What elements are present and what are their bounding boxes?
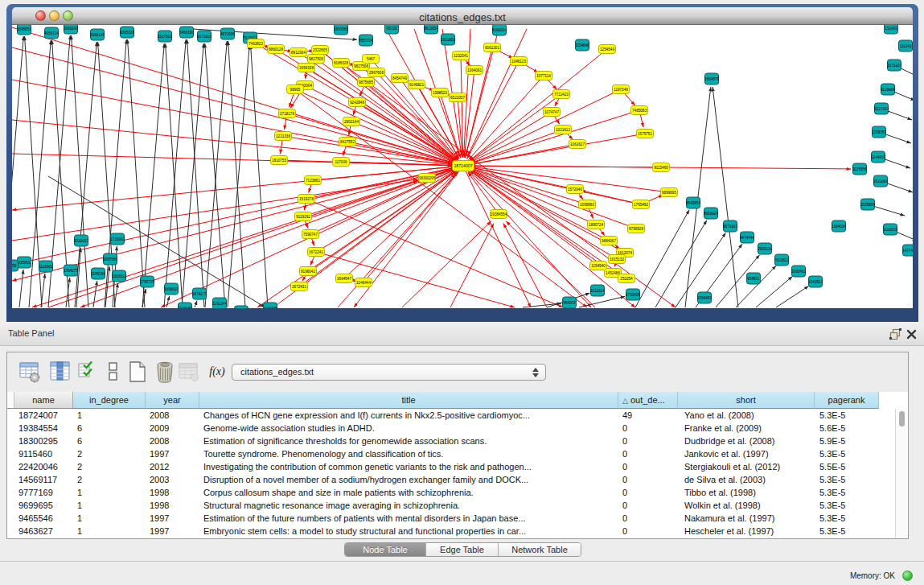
table-row[interactable]: 969969511998Structural magnetic resonanc… — [7, 499, 879, 512]
graph-node[interactable]: 1810755 — [271, 156, 288, 165]
graph-node[interactable]: 1477411 — [902, 245, 913, 256]
table-row[interactable]: 911546021997Tourette syndrome. Phenomeno… — [7, 447, 879, 460]
graph-edge[interactable] — [469, 76, 544, 160]
graph-edge[interactable] — [166, 296, 170, 307]
graph-edge[interactable] — [195, 300, 197, 307]
graph-node[interactable]: 1765492 — [633, 200, 650, 209]
graph-node[interactable]: 111243 — [899, 40, 913, 51]
graph-node[interactable]: 1364091 — [466, 66, 483, 75]
graph-node[interactable]: 2803144 — [343, 117, 360, 126]
import-table-icon[interactable] — [178, 360, 200, 384]
graph-node[interactable]: 18724007 — [453, 161, 474, 171]
graph-edge[interactable] — [205, 41, 227, 307]
graph-edge[interactable] — [338, 174, 456, 307]
column-header-year[interactable]: year — [146, 392, 199, 409]
graph-edge[interactable] — [193, 29, 357, 39]
graph-edge[interactable] — [114, 283, 118, 307]
table-row[interactable]: 2242004622012Investigating the contribut… — [7, 460, 879, 473]
merge-rows-icon[interactable] — [102, 360, 125, 384]
table-mode-icon[interactable] — [18, 360, 41, 384]
graph-edge[interactable] — [12, 80, 452, 163]
graph-node[interactable]: 1106553 — [883, 224, 897, 235]
graph-node[interactable]: 9115460 — [653, 163, 670, 172]
graph-edge[interactable] — [402, 221, 491, 307]
window-titlebar[interactable]: citations_edges.txt — [12, 7, 913, 25]
graph-node[interactable]: 1664547 — [336, 274, 353, 283]
graph-node[interactable]: 9129966 — [881, 84, 895, 95]
graph-edge[interactable] — [93, 281, 97, 307]
graph-node[interactable]: 9345703 — [234, 306, 248, 308]
graph-node[interactable]: 9899695 — [661, 188, 678, 197]
graph-node[interactable]: 1209387 — [872, 126, 886, 138]
graph-node[interactable]: 7857224 — [359, 35, 373, 46]
graph-node[interactable]: 1232541 — [453, 51, 470, 60]
scrollbar-thumb[interactable] — [899, 411, 905, 426]
graph-edge[interactable] — [80, 166, 463, 307]
graph-edge[interactable] — [470, 130, 563, 163]
close-panel-icon[interactable] — [906, 328, 918, 340]
graph-node[interactable]: 2158185 — [178, 303, 192, 308]
column-header-name[interactable]: name — [14, 392, 73, 409]
graph-node[interactable]: 1221338 — [275, 132, 292, 141]
column-header-in_degree[interactable]: in_degree — [73, 392, 146, 409]
graph-node[interactable]: 2935114 — [758, 243, 772, 254]
graph-node[interactable]: 1154940 — [590, 262, 607, 270]
graph-node[interactable]: 1527602 — [158, 31, 172, 42]
graph-node[interactable]: 9227343 — [874, 103, 889, 114]
table-row[interactable]: 946362711997Embryonic stem cells: a mode… — [7, 525, 879, 538]
graph-edge[interactable] — [351, 122, 456, 163]
graph-node[interactable]: 39159 — [12, 260, 18, 271]
graph-node[interactable]: 1046123 — [511, 57, 528, 66]
graph-node[interactable]: 7123861 — [305, 176, 322, 185]
graph-node[interactable]: 935061 — [18, 257, 31, 268]
graph-node[interactable]: 1572040 — [567, 185, 584, 194]
delete-table-icon[interactable] — [154, 360, 176, 384]
graph-node[interactable]: 1664879 — [704, 73, 719, 84]
graph-edge[interactable] — [470, 112, 552, 162]
graph-node[interactable]: 1615132 — [609, 255, 626, 264]
column-header-out_de[interactable]: △out_de... — [618, 392, 678, 409]
graph-node[interactable]: 9196042 — [300, 267, 317, 276]
graph-node[interactable]: 9146821 — [409, 80, 425, 89]
graph-node[interactable]: 252254 — [618, 274, 635, 283]
close-window-button[interactable] — [35, 10, 46, 21]
graph-edge[interactable] — [341, 162, 455, 166]
graph-node[interactable]: 9875685 — [358, 78, 375, 87]
graph-node[interactable]: 7463822 — [248, 39, 265, 48]
graph-node[interactable]: 1154840 — [575, 39, 589, 51]
graph-node[interactable]: 2020657 — [74, 235, 88, 246]
graph-node[interactable]: 1575751 — [637, 130, 654, 138]
graph-node[interactable]: 2967608 — [368, 68, 385, 77]
tab-edge-table[interactable]: Edge Table — [425, 543, 498, 556]
graph-edge[interactable] — [205, 43, 225, 307]
graph-node[interactable]: 7590747 — [302, 230, 319, 239]
graph-node[interactable]: 1197349 — [613, 85, 630, 94]
graph-node[interactable]: 1025806 — [860, 199, 875, 210]
table-source-dropdown[interactable]: citations_edges.txt — [232, 364, 546, 381]
graph-node[interactable]: 1042912 — [808, 276, 823, 287]
graph-edge[interactable] — [713, 87, 738, 307]
graph-node[interactable]: 9397588 — [103, 253, 117, 265]
graph-node[interactable]: 1077114 — [536, 72, 552, 80]
graph-edge[interactable] — [41, 274, 45, 307]
graph-node[interactable]: 1148365 — [263, 303, 277, 308]
graph-node[interactable]: 1575107 — [887, 60, 901, 71]
graph-node[interactable]: 8912934 — [290, 48, 307, 57]
graph-node[interactable]: 1021612 — [555, 126, 572, 134]
graph-edge[interactable] — [166, 43, 183, 307]
graph-node[interactable]: 1068860 — [579, 200, 596, 209]
table-row[interactable]: 1830029562008Estimation of significance … — [7, 435, 879, 447]
graph-edge[interactable] — [363, 172, 458, 282]
graph-node[interactable]: 7485083 — [631, 106, 648, 115]
column-header-pagerank[interactable]: pagerank — [815, 392, 879, 409]
graph-node[interactable]: 7711423 — [553, 90, 570, 99]
graph-node[interactable]: 2718176 — [279, 109, 296, 118]
zoom-window-button[interactable] — [63, 10, 73, 21]
graph-node[interactable]: 1695810 — [164, 283, 179, 295]
show-columns-icon[interactable] — [49, 360, 72, 384]
new-table-icon[interactable] — [126, 360, 149, 384]
graph-node[interactable]: 1672241 — [308, 248, 325, 257]
graph-edge[interactable] — [776, 286, 809, 307]
graph-node[interactable]: 6466190 — [179, 27, 194, 38]
graph-edge[interactable] — [471, 110, 639, 163]
